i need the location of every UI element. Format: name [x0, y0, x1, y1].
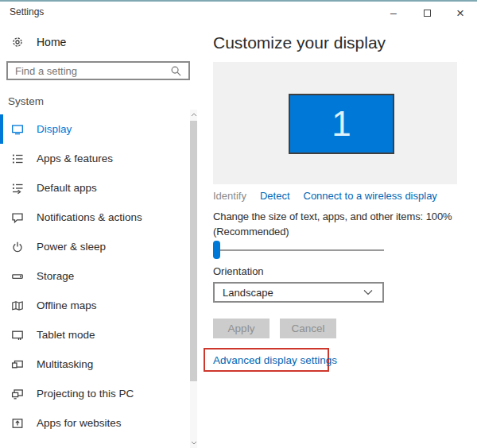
scrollbar-up-icon[interactable]	[190, 110, 197, 120]
maximize-button[interactable]	[410, 2, 444, 24]
sidebar-item-home[interactable]: Home	[6, 33, 66, 52]
sidebar-item-tablet-mode[interactable]: Tablet mode	[0, 320, 189, 350]
display-icon	[11, 123, 24, 136]
sidebar-item-display[interactable]: Display	[0, 114, 189, 144]
slider-handle[interactable]	[213, 241, 220, 259]
close-icon: ×	[456, 6, 464, 20]
sidebar-item-multitasking[interactable]: Multitasking	[0, 350, 189, 379]
monitor-1[interactable]: 1	[289, 94, 394, 154]
notifications-icon	[11, 211, 24, 224]
sidebar-item-label: Display	[37, 123, 72, 135]
settings-window: Settings – × Home System Display	[0, 0, 477, 448]
sidebar-nav: Display Apps & features Default apps Not…	[0, 114, 189, 438]
power-icon	[11, 241, 24, 253]
sidebar-item-apps-features[interactable]: Apps & features	[0, 144, 189, 173]
apps-websites-icon	[11, 417, 24, 430]
scrollbar-thumb[interactable]	[190, 121, 197, 381]
default-apps-icon	[11, 182, 24, 195]
chevron-down-icon	[362, 286, 374, 299]
multitasking-icon	[11, 358, 24, 371]
apply-button[interactable]: Apply	[213, 319, 270, 338]
sidebar-item-label: Projecting to this PC	[37, 388, 134, 400]
sidebar-item-label: Notifications & actions	[37, 211, 142, 223]
search-box	[6, 61, 190, 80]
window-title: Settings	[10, 6, 44, 17]
sidebar-item-label: Multitasking	[37, 358, 93, 370]
tablet-mode-icon	[11, 329, 24, 342]
sidebar-item-offline-maps[interactable]: Offline maps	[0, 291, 189, 320]
sidebar-item-projecting[interactable]: Projecting to this PC	[0, 379, 189, 408]
minimize-button[interactable]: –	[377, 2, 410, 24]
scale-description: Change the size of text, apps, and other…	[213, 209, 452, 239]
home-label: Home	[37, 36, 66, 48]
slider-track[interactable]	[215, 249, 384, 251]
sidebar-item-power-sleep[interactable]: Power & sleep	[0, 232, 189, 261]
sidebar-item-label: Power & sleep	[37, 241, 106, 253]
sidebar-item-storage[interactable]: Storage	[0, 261, 189, 291]
advanced-display-settings-link[interactable]: Advanced display settings	[213, 354, 337, 366]
scale-description-line1: Change the size of text, apps, and other…	[213, 209, 452, 224]
maximize-icon	[424, 10, 431, 17]
cancel-button[interactable]: Cancel	[280, 319, 336, 338]
scrollbar-down-icon[interactable]	[190, 438, 197, 448]
sidebar-section-header: System	[8, 95, 44, 107]
orientation-dropdown[interactable]: Landscape	[213, 282, 384, 303]
scale-description-line2: (Recommended)	[213, 224, 452, 239]
scale-slider[interactable]	[213, 241, 384, 259]
sidebar-scrollbar[interactable]	[190, 110, 197, 448]
search-icon[interactable]	[169, 64, 182, 77]
sidebar-item-notifications[interactable]: Notifications & actions	[0, 203, 189, 232]
sidebar-item-label: Offline maps	[37, 299, 97, 311]
orientation-selected-value: Landscape	[223, 287, 273, 299]
window-controls: – ×	[377, 2, 477, 24]
detect-link[interactable]: Detect	[260, 190, 290, 202]
display-actions: Identify Detect Connect to a wireless di…	[213, 190, 437, 202]
sidebar-item-label: Storage	[37, 270, 74, 282]
close-button[interactable]: ×	[444, 2, 477, 24]
offline-maps-icon	[11, 299, 24, 312]
sidebar-item-label: Apps for websites	[37, 417, 122, 429]
sidebar-item-apps-for-websites[interactable]: Apps for websites	[0, 408, 189, 438]
sidebar-item-label: Tablet mode	[37, 329, 95, 341]
gear-icon	[11, 36, 24, 48]
display-preview: 1	[213, 62, 457, 184]
sidebar-item-label: Apps & features	[37, 153, 113, 164]
projecting-icon	[11, 388, 24, 400]
storage-icon	[11, 270, 24, 283]
identify-button[interactable]: Identify	[213, 190, 246, 202]
sidebar-item-label: Default apps	[37, 182, 97, 194]
wireless-display-link[interactable]: Connect to a wireless display	[304, 190, 437, 202]
minimize-icon: –	[390, 6, 397, 19]
apps-features-icon	[11, 153, 24, 165]
orientation-label: Orientation	[213, 265, 264, 277]
search-input[interactable]	[8, 65, 169, 77]
page-title: Customize your display	[213, 33, 386, 52]
sidebar-item-default-apps[interactable]: Default apps	[0, 173, 189, 203]
monitor-number: 1	[332, 104, 351, 144]
